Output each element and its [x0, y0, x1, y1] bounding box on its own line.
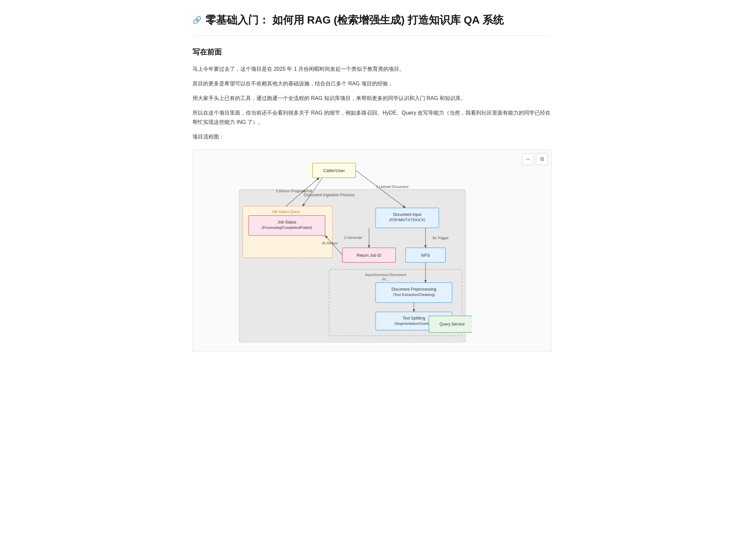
- paragraph-5: 项目流程图：: [192, 132, 552, 142]
- caller-user-label: Caller/User: [323, 168, 345, 173]
- job-status-text1: Job Status: [277, 220, 297, 225]
- async-doc-label: Asynchronous Document: [365, 273, 406, 277]
- doc-ingestion-label: Document Ingestion Process: [303, 193, 355, 197]
- job-status-text2: (Processing/Completed/Failed): [262, 226, 312, 230]
- page-title-row: 🔗 零基础入门： 如何用 RAG (检索增强生成) 打造知识库 QA 系统: [192, 13, 552, 36]
- copy-button[interactable]: ⧉: [536, 153, 548, 165]
- job-status-query-label: Job Status Query: [272, 210, 300, 213]
- nfs-label: NFS: [421, 253, 430, 258]
- doc-preprocessing-text2: (Text Extraction/Cleaning): [393, 293, 435, 296]
- section-heading: 写在前面: [192, 46, 552, 58]
- return-b-label: 3b.Return: [322, 241, 338, 245]
- generate-label: 2.Generate: [344, 236, 362, 239]
- diagram-container: ↔ ⧉ Document Ingestion Process Asynchron…: [192, 150, 552, 352]
- text-splitting-text1: Text Splitting: [403, 316, 425, 321]
- upload-doc-label: 1.Upload Document: [376, 185, 408, 189]
- doc-input-text2: (PDF/MD/TXT/DOCX): [389, 218, 425, 222]
- page-title: 零基础入门： 如何用 RAG (检索增强生成) 打造知识库 QA 系统: [206, 13, 504, 27]
- doc-input-text1: Document Input: [393, 212, 421, 217]
- trigger-label: 3a.Trigger: [432, 236, 449, 240]
- diagram-svg-wrapper: Document Ingestion Process Asynchronous …: [193, 150, 551, 352]
- paragraph-1: 马上今年要过去了，这个项目是在 2025 年 1 月份闲暇时间发起一个类似于教育…: [192, 65, 552, 74]
- expand-button[interactable]: ↔: [522, 153, 534, 165]
- query-service-label: Query Service: [440, 322, 465, 326]
- async-doc-label2: Pr...: [382, 277, 389, 281]
- paragraph-3: 用大家手头上已有的工具，通过跑通一个全流程的 RAG 知识库项目，来帮助更多的同…: [192, 94, 552, 103]
- text-splitting-text2: (Segmentation/Overlap): [395, 322, 434, 325]
- paragraph-4: 所以在这个项目里面，你当前还不会看到很多关于 RAG 的细节，例如多路召回、Hy…: [192, 108, 552, 127]
- diagram-toolbar: ↔ ⧉: [522, 153, 548, 165]
- diagram-svg: Document Ingestion Process Asynchronous …: [199, 156, 472, 343]
- doc-preprocessing-text1: Document Preprocessing: [392, 287, 437, 292]
- return-progress-label: 5.Return Progress: [276, 189, 306, 193]
- link-icon: 🔗: [192, 14, 201, 26]
- page-wrapper: 🔗 零基础入门： 如何用 RAG (检索增强生成) 打造知识库 QA 系统 写在…: [173, 0, 571, 365]
- return-job-id-label: Return Job ID: [357, 253, 381, 258]
- paragraph-2: 其目的更多是希望可以在不依赖其他大的基础设施，结合自己多个 RAG 项目的经验，: [192, 79, 552, 88]
